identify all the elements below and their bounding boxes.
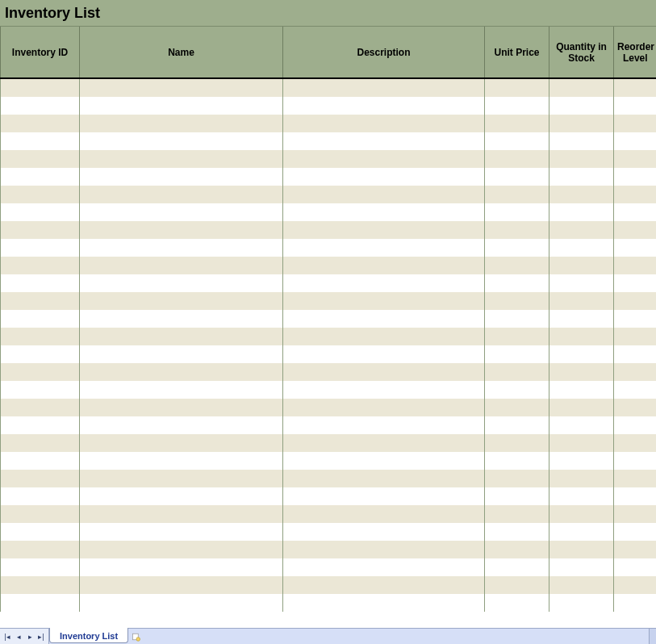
cell[interactable] (614, 292, 657, 310)
first-sheet-button[interactable]: |◂ (2, 629, 13, 644)
cell[interactable] (283, 292, 485, 310)
cell[interactable] (283, 523, 485, 541)
table-row[interactable] (1, 168, 657, 186)
cell[interactable] (80, 257, 283, 274)
table-row[interactable] (1, 576, 657, 594)
cell[interactable] (614, 558, 657, 576)
cell[interactable] (1, 523, 80, 541)
cell[interactable] (485, 274, 549, 292)
cell[interactable] (485, 132, 549, 150)
cell[interactable] (80, 363, 283, 381)
cell[interactable] (614, 487, 657, 505)
cell[interactable] (1, 452, 80, 470)
cell[interactable] (614, 523, 657, 541)
cell[interactable] (1, 399, 80, 416)
cell[interactable] (614, 399, 657, 416)
cell[interactable] (614, 239, 657, 257)
table-row[interactable] (1, 558, 657, 576)
cell[interactable] (283, 150, 485, 168)
cell[interactable] (485, 150, 549, 168)
table-row[interactable] (1, 399, 657, 416)
cell[interactable] (485, 115, 549, 132)
cell[interactable] (283, 576, 485, 594)
cell[interactable] (80, 186, 283, 203)
cell[interactable] (549, 203, 614, 221)
cell[interactable] (549, 150, 614, 168)
cell[interactable] (80, 487, 283, 505)
cell[interactable] (614, 168, 657, 186)
cell[interactable] (1, 97, 80, 115)
cell[interactable] (549, 186, 614, 203)
cell[interactable] (485, 594, 549, 612)
cell[interactable] (283, 328, 485, 345)
cell[interactable] (485, 239, 549, 257)
cell[interactable] (549, 416, 614, 434)
cell[interactable] (80, 434, 283, 452)
sheet-tab-inventory-list[interactable]: Inventory List (49, 628, 128, 643)
table-row[interactable] (1, 345, 657, 363)
col-reorder-level[interactable]: Reorder Level (614, 27, 657, 78)
cell[interactable] (614, 345, 657, 363)
cell[interactable] (614, 221, 657, 239)
table-row[interactable] (1, 79, 657, 97)
col-inventory-id[interactable]: Inventory ID (1, 27, 80, 78)
cell[interactable] (80, 292, 283, 310)
cell[interactable] (549, 434, 614, 452)
cell[interactable] (485, 381, 549, 399)
cell[interactable] (1, 79, 80, 97)
cell[interactable] (1, 381, 80, 399)
cell[interactable] (549, 558, 614, 576)
cell[interactable] (283, 470, 485, 487)
cell[interactable] (614, 115, 657, 132)
cell[interactable] (80, 505, 283, 523)
cell[interactable] (80, 345, 283, 363)
cell[interactable] (549, 292, 614, 310)
cell[interactable] (485, 186, 549, 203)
cell[interactable] (549, 594, 614, 612)
cell[interactable] (614, 381, 657, 399)
cell[interactable] (1, 115, 80, 132)
cell[interactable] (283, 274, 485, 292)
cell[interactable] (549, 345, 614, 363)
cell[interactable] (80, 594, 283, 612)
table-row[interactable] (1, 239, 657, 257)
cell[interactable] (80, 115, 283, 132)
new-sheet-button[interactable] (128, 629, 144, 644)
table-row[interactable] (1, 505, 657, 523)
cell[interactable] (549, 310, 614, 328)
cell[interactable] (614, 97, 657, 115)
cell[interactable] (549, 168, 614, 186)
table-row[interactable] (1, 150, 657, 168)
cell[interactable] (1, 292, 80, 310)
cell[interactable] (614, 150, 657, 168)
table-row[interactable] (1, 416, 657, 434)
cell[interactable] (1, 363, 80, 381)
cell[interactable] (614, 310, 657, 328)
last-sheet-button[interactable]: ▸| (36, 629, 47, 644)
cell[interactable] (283, 363, 485, 381)
cell[interactable] (614, 470, 657, 487)
cell[interactable] (614, 434, 657, 452)
cell[interactable] (485, 487, 549, 505)
cell[interactable] (1, 541, 80, 558)
cell[interactable] (485, 328, 549, 345)
cell[interactable] (1, 257, 80, 274)
cell[interactable] (80, 452, 283, 470)
table-row[interactable] (1, 470, 657, 487)
cell[interactable] (485, 363, 549, 381)
table-row[interactable] (1, 97, 657, 115)
cell[interactable] (80, 523, 283, 541)
cell[interactable] (614, 416, 657, 434)
cell[interactable] (80, 97, 283, 115)
cell[interactable] (485, 203, 549, 221)
cell[interactable] (283, 186, 485, 203)
cell[interactable] (283, 203, 485, 221)
cell[interactable] (1, 487, 80, 505)
cell[interactable] (80, 168, 283, 186)
cell[interactable] (80, 381, 283, 399)
cell[interactable] (485, 257, 549, 274)
cell[interactable] (485, 470, 549, 487)
table-row[interactable] (1, 452, 657, 470)
cell[interactable] (1, 203, 80, 221)
cell[interactable] (283, 434, 485, 452)
